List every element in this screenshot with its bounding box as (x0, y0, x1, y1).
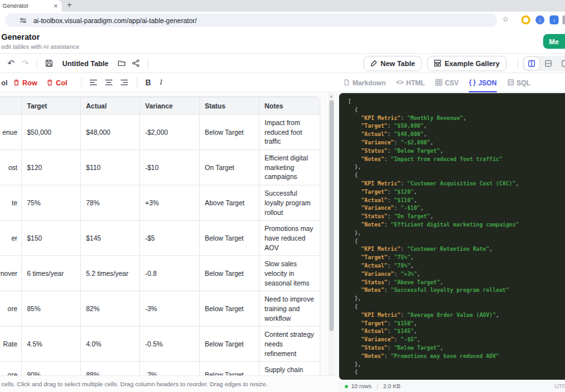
bold-button[interactable]: B (142, 78, 155, 87)
cell-metric_fragment[interactable]: enue (0, 115, 22, 150)
cell-actual[interactable]: 82% (81, 291, 140, 327)
export-tab-csv[interactable]: CSV (435, 73, 459, 92)
split-vertical-toggle[interactable] (524, 57, 539, 70)
column-header-Target[interactable]: Target (22, 98, 81, 115)
cell-status[interactable]: Below Target (200, 115, 259, 150)
export-tab-sql[interactable]: SQL (507, 73, 531, 92)
cell-metric_fragment[interactable]: ost (0, 150, 22, 185)
column-header-Actual[interactable]: Actual (81, 98, 140, 115)
table-row[interactable]: er$150$145-$5Below TargetPromotions may … (0, 221, 320, 256)
cell-notes[interactable]: Supply chain delays observed (259, 362, 320, 375)
column-header-Variance[interactable]: Variance (140, 98, 200, 115)
cell-target[interactable]: 6 times/year (22, 256, 81, 291)
delete-row-button[interactable]: Row (13, 79, 37, 87)
cell-actual[interactable]: 88% (81, 362, 140, 375)
cell-notes[interactable]: Slow sales velocity in seasonal items (259, 256, 320, 291)
example-gallery-button[interactable]: Example Gallery (427, 56, 507, 71)
cell-variance[interactable]: +3% (140, 185, 200, 221)
table-row[interactable]: Rate4.5%4.0%-0.5%Below TargetContent str… (0, 327, 320, 362)
cell-status[interactable]: Below Target (200, 327, 259, 362)
export-tab-json[interactable]: { }JSON (469, 73, 496, 92)
cell-status[interactable]: Below Target (200, 256, 259, 291)
column-header-Notes[interactable]: Notes (259, 98, 320, 115)
cell-metric_fragment[interactable]: Rate (0, 327, 22, 362)
table-row[interactable]: ore85%82%-3%Below TargetNeed to improve … (0, 291, 320, 327)
table-row[interactable]: enue$50,000$48,000-$2,000Below TargetImp… (0, 115, 320, 150)
cell-status[interactable]: Below Target (200, 362, 259, 375)
cell-actual[interactable]: 5.2 times/year (81, 256, 140, 291)
url-bar[interactable]: ai-toolbox.visual-paradigm.com/app/ai-ta… (5, 13, 497, 27)
cell-notes[interactable]: Content strategy needs refinement (259, 327, 320, 362)
column-header-Status[interactable]: Status (200, 98, 259, 115)
cell-target[interactable]: 4.5% (22, 327, 81, 362)
cell-status[interactable]: Below Target (200, 291, 259, 327)
add-col-button-clipped[interactable]: ol (1, 79, 8, 87)
cell-metric_fragment[interactable]: ore (0, 362, 22, 375)
browser-tab[interactable]: Generator × (0, 0, 62, 12)
member-button[interactable]: Me (543, 34, 565, 49)
undo-icon[interactable]: ↶ (4, 58, 18, 68)
cell-notes[interactable]: Efficient digital marketing campaigns (259, 150, 320, 185)
cell-variance[interactable]: -3% (140, 291, 200, 327)
bookmark-star-icon[interactable]: ☆ (502, 15, 509, 24)
cell-notes[interactable]: Promotions may have reduced AOV (259, 221, 320, 256)
split-horizontal-toggle[interactable] (541, 57, 556, 70)
table-row[interactable]: rnover6 times/year5.2 times/year-0.8Belo… (0, 256, 320, 291)
cell-metric_fragment[interactable]: er (0, 221, 22, 256)
share-icon[interactable] (129, 59, 143, 67)
export-tab-html[interactable]: <>HTML (396, 73, 425, 92)
json-code-view[interactable]: [ { "KPI Metric": "Monthly Revenue", "Ta… (339, 93, 565, 380)
cell-notes[interactable]: Successful loyalty program rollout (259, 185, 320, 221)
table-row[interactable]: ore90%88%-2%Below TargetSupply chain del… (0, 362, 320, 375)
cell-metric_fragment[interactable]: rnover (0, 256, 22, 291)
extension-ring-icon[interactable] (521, 15, 530, 24)
table-scrollbar[interactable]: ▲ (328, 93, 335, 375)
cell-status[interactable]: Below Target (200, 221, 259, 256)
cell-actual[interactable]: $145 (81, 221, 140, 256)
table-row[interactable]: te75%78%+3%Above TargetSuccessful loyalt… (0, 185, 320, 221)
new-table-button[interactable]: New Table (363, 56, 422, 71)
cell-variance[interactable]: -$2,000 (140, 115, 200, 150)
cell-variance[interactable]: -2% (140, 362, 200, 375)
cell-target[interactable]: 85% (22, 291, 81, 327)
tab-close-icon[interactable]: × (54, 2, 58, 10)
align-right-icon[interactable] (117, 79, 132, 86)
cell-actual[interactable]: 78% (81, 185, 140, 221)
extension-download-icon[interactable]: ↓ (535, 15, 544, 24)
align-left-icon[interactable] (87, 79, 101, 86)
scrollbar-thumb[interactable] (329, 100, 334, 331)
cell-metric_fragment[interactable]: te (0, 185, 22, 221)
export-tab-markdown[interactable]: Markdown (343, 73, 386, 92)
cell-target[interactable]: $150 (22, 221, 81, 256)
cell-variance[interactable]: -0.5% (140, 327, 200, 362)
scrollbar-up-arrow[interactable]: ▲ (328, 93, 335, 98)
cell-actual[interactable]: $110 (81, 150, 140, 185)
cell-metric_fragment[interactable]: ore (0, 291, 22, 327)
kpi-table[interactable]: TargetActualVarianceStatusNotes enue$50,… (0, 97, 320, 375)
file-name[interactable]: Untitled Table (62, 60, 109, 67)
cell-notes[interactable]: Impact from reduced foot traffic (259, 115, 320, 150)
cell-status[interactable]: On Target (200, 150, 259, 185)
extension-partial-icon[interactable] (562, 15, 565, 24)
redo-icon[interactable]: ↷ (18, 58, 32, 68)
cell-target[interactable]: $120 (22, 150, 81, 185)
column-header-kpi-metric-clipped[interactable] (0, 98, 22, 115)
cell-status[interactable]: Above Target (200, 185, 259, 221)
cell-variance[interactable]: -$5 (140, 221, 200, 256)
table-header-row[interactable]: TargetActualVarianceStatusNotes (0, 98, 320, 115)
delete-col-button[interactable]: Col (46, 79, 67, 87)
maximize-toggle[interactable] (557, 57, 565, 70)
site-info-icon[interactable] (19, 17, 27, 24)
open-folder-icon[interactable] (115, 59, 129, 67)
save-icon[interactable] (42, 59, 56, 67)
italic-button[interactable]: I (155, 78, 168, 87)
cell-actual[interactable]: $48,000 (81, 115, 140, 150)
align-center-icon[interactable] (102, 79, 116, 86)
extension-downloader-icon[interactable]: ↓ (550, 15, 559, 24)
cell-target[interactable]: 75% (22, 185, 81, 221)
cell-variance[interactable]: -0.8 (140, 256, 200, 291)
cell-target[interactable]: 90% (22, 362, 81, 375)
cell-target[interactable]: $50,000 (22, 115, 81, 150)
cell-variance[interactable]: -$10 (140, 150, 200, 185)
cell-notes[interactable]: Need to improve training and workflow (259, 291, 320, 327)
